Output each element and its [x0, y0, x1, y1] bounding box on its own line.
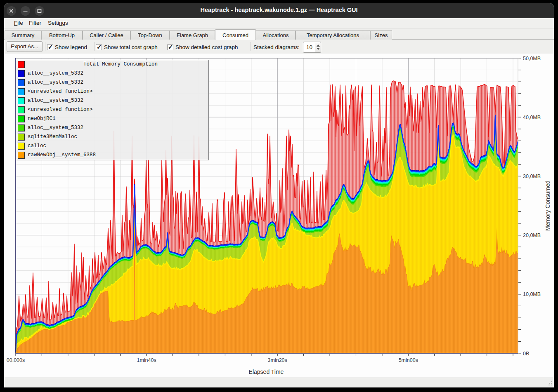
svg-text:Memory Consumed: Memory Consumed	[544, 181, 551, 231]
svg-text:5min00s: 5min00s	[399, 357, 418, 363]
svg-text:30,0MB: 30,0MB	[523, 174, 541, 179]
svg-text:Elapsed Time: Elapsed Time	[249, 369, 284, 375]
svg-text:50,0MB: 50,0MB	[523, 56, 541, 61]
svg-text:20,0MB: 20,0MB	[523, 232, 541, 238]
svg-text:1min40s: 1min40s	[137, 357, 156, 363]
svg-text:3min20s: 3min20s	[268, 357, 287, 363]
svg-text:40,0MB: 40,0MB	[523, 115, 541, 120]
svg-text:00.000s: 00.000s	[7, 357, 25, 363]
svg-text:0B: 0B	[523, 351, 529, 357]
svg-text:10,0MB: 10,0MB	[523, 291, 541, 297]
